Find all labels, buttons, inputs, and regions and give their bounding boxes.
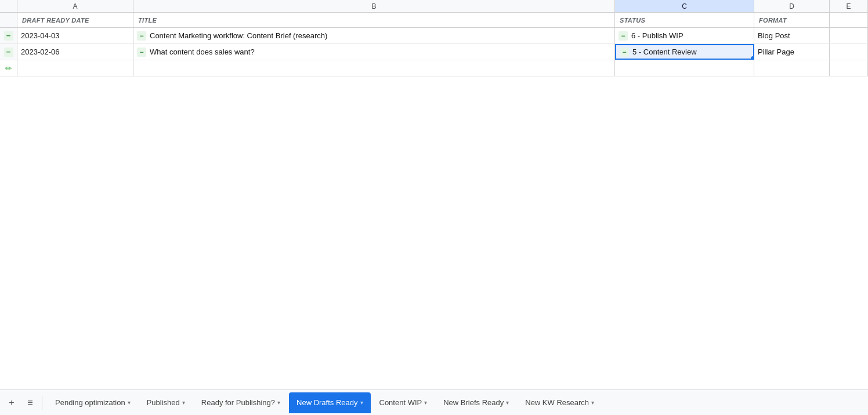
- table-row-pencil: ✏: [0, 60, 868, 77]
- tab-published-label: Published: [147, 398, 180, 407]
- status-minus-icon-1: −: [619, 31, 628, 41]
- cell-empty-b-3[interactable]: [133, 60, 615, 76]
- cell-date-1[interactable]: 2023-04-03: [17, 28, 133, 43]
- tab-new-briefs-arrow: ▾: [506, 399, 509, 406]
- tab-ready-for-publishing[interactable]: Ready for Publishing? ▾: [194, 392, 288, 413]
- cell-empty-d-3[interactable]: [754, 60, 830, 76]
- cell-status-1[interactable]: − 6 - Publish WIP: [615, 28, 754, 43]
- spreadsheet: A B C D E DRAFT READY DATE TITLE STATUS …: [0, 0, 868, 389]
- cell-format-2[interactable]: Pillar Page: [754, 44, 830, 60]
- date-value-1: 2023-04-03: [21, 31, 60, 40]
- tab-ready-arrow: ▾: [277, 399, 280, 406]
- cell-status-2[interactable]: − 5 - Content Review: [615, 44, 754, 60]
- col-header-b[interactable]: B: [133, 0, 615, 12]
- cell-e-1[interactable]: [830, 28, 868, 43]
- tab-new-briefs-label: New Briefs Ready: [443, 398, 504, 407]
- col-header-d[interactable]: D: [754, 0, 830, 12]
- table-row: − 2023-04-03 − Content Marketing workflo…: [0, 28, 868, 44]
- cell-title-2[interactable]: − What content does sales want?: [133, 44, 615, 60]
- status-value-2: 5 - Content Review: [632, 48, 697, 56]
- title-value-2: What content does sales want?: [150, 48, 255, 56]
- cell-title-1[interactable]: − Content Marketing workflow: Content Br…: [133, 28, 615, 43]
- tab-content-wip-arrow: ▾: [424, 399, 427, 406]
- row-num-3: ✏: [0, 60, 17, 76]
- tab-new-kw-research[interactable]: New KW Research ▾: [518, 392, 602, 413]
- field-row-spacer: [0, 13, 17, 27]
- add-sheet-button[interactable]: +: [5, 396, 19, 410]
- tab-ready-label: Ready for Publishing?: [201, 398, 275, 407]
- field-header-title: TITLE: [133, 13, 615, 27]
- cell-format-1[interactable]: Blog Post: [754, 28, 830, 43]
- tab-new-kw-arrow: ▾: [591, 399, 594, 406]
- col-header-a[interactable]: A: [17, 0, 133, 12]
- row-collapse-icon-2[interactable]: −: [4, 48, 13, 57]
- tab-new-briefs-ready[interactable]: New Briefs Ready ▾: [436, 392, 516, 413]
- tab-content-wip[interactable]: Content WIP ▾: [372, 392, 435, 413]
- row-num-2: −: [0, 44, 17, 60]
- format-value-2: Pillar Page: [758, 48, 794, 56]
- cell-e-2[interactable]: [830, 44, 868, 60]
- date-value-2: 2023-02-06: [21, 48, 60, 56]
- row-collapse-icon-1[interactable]: −: [4, 31, 13, 41]
- tab-published[interactable]: Published ▾: [139, 392, 193, 413]
- cell-empty-a-3[interactable]: [17, 60, 133, 76]
- bottom-tab-bar: + ≡ Pending optimization ▾ Published ▾ R…: [0, 389, 868, 415]
- tab-new-kw-label: New KW Research: [525, 398, 589, 407]
- sheets-menu-button[interactable]: ≡: [23, 396, 37, 410]
- column-headers: A B C D E: [0, 0, 868, 13]
- tab-pending-label: Pending optimization: [55, 398, 125, 407]
- tab-published-arrow: ▾: [182, 399, 185, 406]
- cell-resize-handle[interactable]: [751, 56, 754, 60]
- row-num-spacer: [0, 0, 17, 12]
- title-value-1: Content Marketing workflow: Content Brie…: [150, 31, 327, 40]
- tab-actions: + ≡: [5, 396, 42, 410]
- tab-new-drafts-arrow: ▾: [360, 399, 363, 406]
- table-row: − 2023-02-06 − What content does sales w…: [0, 44, 868, 60]
- col-header-e[interactable]: E: [830, 0, 868, 12]
- status-minus-icon-2: −: [620, 48, 629, 57]
- status-value-1: 6 - Publish WIP: [631, 31, 683, 40]
- cell-empty-c-3[interactable]: [615, 60, 754, 76]
- tab-pending-optimization[interactable]: Pending optimization ▾: [48, 392, 138, 413]
- data-area: − 2023-04-03 − Content Marketing workflo…: [0, 28, 868, 389]
- cell-date-2[interactable]: 2023-02-06: [17, 44, 133, 60]
- tab-new-drafts-label: New Drafts Ready: [296, 398, 357, 407]
- field-header-date: DRAFT READY DATE: [17, 13, 133, 27]
- minus-icon-1: −: [137, 31, 146, 41]
- empty-area: [0, 77, 868, 389]
- cell-empty-e-3[interactable]: [830, 60, 868, 76]
- field-header-status: STATUS: [615, 13, 754, 27]
- field-headers: DRAFT READY DATE TITLE STATUS FORMAT: [0, 13, 868, 28]
- tab-content-wip-label: Content WIP: [379, 398, 422, 407]
- col-header-c[interactable]: C: [615, 0, 754, 12]
- field-header-e: [830, 13, 868, 27]
- row-num-1: −: [0, 28, 17, 43]
- format-value-1: Blog Post: [758, 31, 790, 40]
- field-header-format: FORMAT: [754, 13, 830, 27]
- minus-icon-2: −: [137, 48, 146, 57]
- pencil-icon[interactable]: ✏: [5, 64, 12, 73]
- tab-pending-arrow: ▾: [128, 399, 131, 406]
- tab-new-drafts-ready[interactable]: New Drafts Ready ▾: [289, 392, 370, 413]
